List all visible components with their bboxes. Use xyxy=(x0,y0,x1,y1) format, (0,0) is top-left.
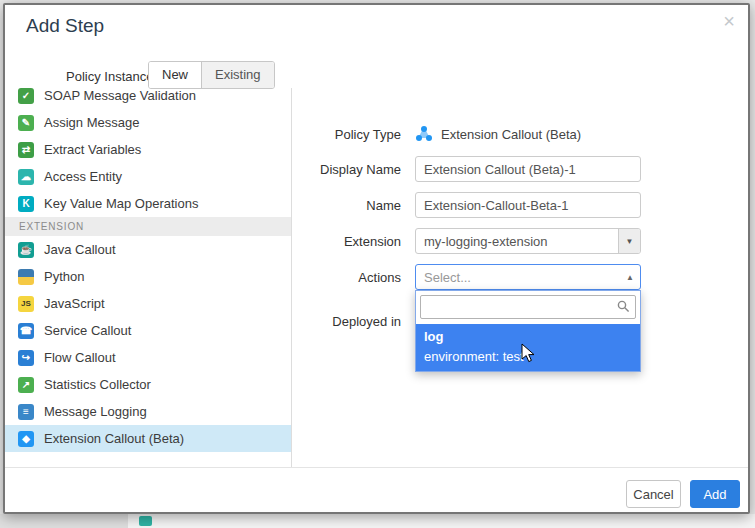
sidebar-item-javascript[interactable]: JS JavaScript xyxy=(5,290,291,317)
java-callout-icon: ☕ xyxy=(18,242,34,258)
close-icon[interactable]: × xyxy=(723,11,735,31)
policy-instance-new-button[interactable]: New xyxy=(149,62,201,88)
modal-title: Add Step xyxy=(26,15,104,37)
search-icon xyxy=(617,300,630,313)
actions-search xyxy=(416,291,640,323)
extension-select-value: my-logging-extension xyxy=(416,234,618,249)
sidebar-item-label: Java Callout xyxy=(44,242,116,257)
add-step-modal: Add Step × Policy Instance New Existing … xyxy=(3,3,750,514)
sidebar-item-soap-message-validation[interactable]: ✓ SOAP Message Validation xyxy=(5,88,291,109)
cancel-button[interactable]: Cancel xyxy=(626,480,681,508)
name-input[interactable] xyxy=(415,192,641,218)
display-name-input[interactable] xyxy=(415,156,641,182)
sidebar-item-label: SOAP Message Validation xyxy=(44,88,196,103)
statistics-collector-icon: ↗ xyxy=(18,377,34,393)
display-name-label: Display Name xyxy=(241,162,401,177)
key-value-map-icon: K xyxy=(18,196,34,212)
sidebar-item-label: Extract Variables xyxy=(44,142,141,157)
sidebar-item-label: Flow Callout xyxy=(44,350,116,365)
service-callout-icon: ☎ xyxy=(18,323,34,339)
deployed-in-label: Deployed in xyxy=(241,314,401,329)
access-entity-icon: ☁ xyxy=(18,169,34,185)
chevron-up-icon: ▲ xyxy=(620,273,640,282)
sidebar-item-flow-callout[interactable]: ↪ Flow Callout xyxy=(5,344,291,371)
sidebar-item-label: Assign Message xyxy=(44,115,139,130)
sidebar-item-extension-callout-beta[interactable]: ◆ Extension Callout (Beta) xyxy=(5,425,291,452)
sidebar-item-label: Statistics Collector xyxy=(44,377,151,392)
footer-divider xyxy=(5,467,748,468)
sidebar-item-label: Service Callout xyxy=(44,323,131,338)
policy-type-value: Extension Callout (Beta) xyxy=(415,122,581,146)
sidebar-item-label: Extension Callout (Beta) xyxy=(44,431,184,446)
chevron-down-icon: ▼ xyxy=(618,229,640,253)
message-logging-icon: ≡ xyxy=(18,404,34,420)
actions-select[interactable]: Select... ▲ xyxy=(415,264,641,290)
sidebar-item-statistics-collector[interactable]: ↗ Statistics Collector xyxy=(5,371,291,398)
extension-label: Extension xyxy=(241,234,401,249)
sidebar-item-label: Message Logging xyxy=(44,404,147,419)
flow-callout-icon: ↪ xyxy=(18,350,34,366)
sidebar-item-label: Key Value Map Operations xyxy=(44,196,198,211)
actions-search-input[interactable] xyxy=(420,295,636,319)
sidebar-item-label: JavaScript xyxy=(44,296,105,311)
policy-instance-existing-button[interactable]: Existing xyxy=(201,62,274,88)
policy-type-text: Extension Callout (Beta) xyxy=(441,127,581,142)
sidebar-item-label: Python xyxy=(44,269,84,284)
background-row xyxy=(128,514,755,528)
sidebar-item-message-logging[interactable]: ≡ Message Logging xyxy=(5,398,291,425)
extension-callout-icon: ◆ xyxy=(18,431,34,447)
extract-variables-icon: ⇄ xyxy=(18,142,34,158)
policy-instance-label: Policy Instance xyxy=(66,69,153,84)
add-button[interactable]: Add xyxy=(690,480,740,508)
extension-select[interactable]: my-logging-extension ▼ xyxy=(415,228,641,254)
policy-type-label: Policy Type xyxy=(241,127,401,142)
assign-message-icon: ✎ xyxy=(18,115,34,131)
name-label: Name xyxy=(241,198,401,213)
background-page xyxy=(0,514,755,528)
python-icon xyxy=(18,269,34,285)
actions-select-placeholder: Select... xyxy=(416,270,620,285)
soap-message-validation-icon: ✓ xyxy=(18,88,34,104)
javascript-icon: JS xyxy=(18,296,34,312)
extension-logo-icon xyxy=(415,125,433,143)
mouse-cursor xyxy=(521,343,535,363)
sidebar-item-label: Access Entity xyxy=(44,169,122,184)
background-icon xyxy=(139,516,152,526)
policy-instance-toggle: New Existing xyxy=(148,61,275,89)
actions-label: Actions xyxy=(241,270,401,285)
